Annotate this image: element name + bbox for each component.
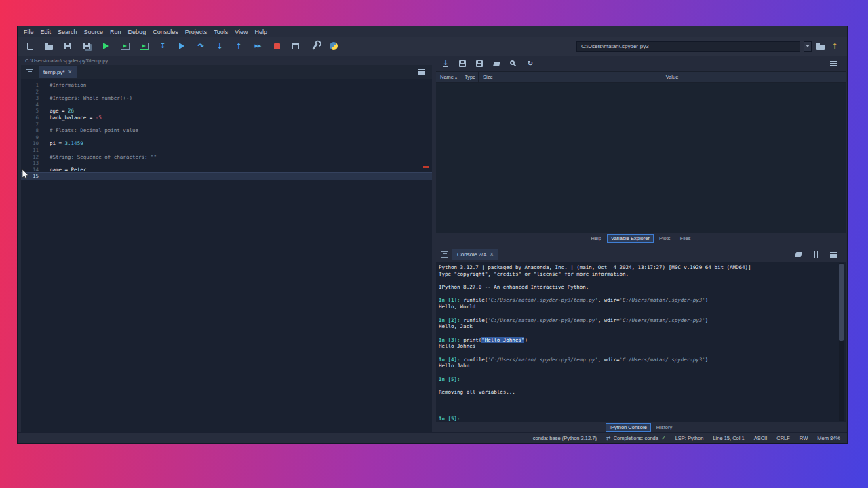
browse-directory-button[interactable] bbox=[815, 41, 826, 52]
step-into-button[interactable]: ↓ bbox=[214, 41, 225, 52]
console-pane: Console 2/A × Python 3.12.7 | packaged b… bbox=[436, 247, 846, 432]
search-variables-button[interactable] bbox=[508, 58, 519, 69]
scrollbar-thumb[interactable] bbox=[839, 264, 844, 341]
editor-line[interactable]: 3#Integers: Whole number(+-) bbox=[21, 95, 432, 102]
debug-file-icon bbox=[179, 43, 184, 49]
menu-source[interactable]: Source bbox=[81, 28, 107, 35]
open-file-button[interactable] bbox=[43, 41, 54, 52]
editor-line[interactable]: 7 bbox=[21, 121, 432, 128]
editor-line[interactable]: 6bank_balance = -5 bbox=[21, 115, 432, 121]
run-cell-button[interactable] bbox=[119, 41, 130, 52]
line-number: 7 bbox=[21, 121, 39, 128]
console-line: In [1]: runfile('C:/Users/matan/.spyder-… bbox=[439, 297, 836, 304]
working-directory-input[interactable] bbox=[576, 41, 800, 52]
interrupt-kernel-button[interactable] bbox=[810, 249, 821, 260]
console-scrollbar[interactable] bbox=[839, 263, 844, 421]
run-file-button[interactable] bbox=[100, 41, 111, 52]
variable-table-body[interactable] bbox=[436, 83, 846, 233]
menu-view[interactable]: View bbox=[231, 28, 251, 35]
conda-env-status[interactable]: conda: base (Python 3.12.7) bbox=[533, 435, 597, 441]
stop-debugging-button[interactable] bbox=[271, 41, 282, 52]
console-line: In [5]: bbox=[439, 415, 836, 422]
close-icon[interactable]: × bbox=[490, 251, 494, 258]
check-icon: ✓ bbox=[661, 435, 666, 441]
console-options-menu-button[interactable] bbox=[828, 249, 839, 260]
close-icon[interactable]: × bbox=[68, 69, 72, 75]
editor-line[interactable]: 10pi = 3.1459 bbox=[21, 140, 432, 147]
menu-run[interactable]: Run bbox=[106, 28, 125, 35]
editor-line[interactable]: 8# Floats: Decimal point value bbox=[21, 127, 432, 134]
remove-all-variables-button[interactable] bbox=[491, 58, 502, 69]
editor-line[interactable]: 14name = Peter bbox=[21, 167, 432, 174]
completions-status-label: Completions: conda bbox=[614, 435, 658, 441]
tab-variable-explorer[interactable]: Variable Explorer bbox=[607, 234, 654, 243]
tab-history[interactable]: History bbox=[652, 423, 676, 432]
column-header-value[interactable]: Value bbox=[498, 72, 846, 82]
variable-table-header: Name▴TypeSizeValue bbox=[436, 71, 846, 83]
remove-all-variables-button[interactable] bbox=[793, 249, 804, 260]
editor-line[interactable]: 2 bbox=[21, 89, 432, 96]
save-all-button[interactable] bbox=[81, 41, 92, 52]
run-cell-and-advance-button[interactable] bbox=[138, 41, 149, 52]
ipython-console[interactable]: Python 3.12.7 | packaged by Anaconda, In… bbox=[436, 262, 846, 422]
menu-edit[interactable]: Edit bbox=[37, 28, 55, 35]
console-output: Python 3.12.7 | packaged by Anaconda, In… bbox=[439, 264, 836, 422]
refresh-variables-button[interactable]: ↻ bbox=[525, 58, 536, 69]
menu-file[interactable]: File bbox=[20, 28, 37, 35]
tab-temp-py[interactable]: temp.py* × bbox=[39, 66, 77, 78]
editor-line[interactable]: 13 bbox=[21, 160, 432, 167]
debug-file-button[interactable] bbox=[176, 41, 187, 52]
tab-help[interactable]: Help bbox=[587, 234, 606, 243]
step-return-button[interactable]: ↑ bbox=[233, 41, 244, 52]
preferences-button[interactable] bbox=[309, 41, 320, 52]
import-data-button[interactable]: ↓ bbox=[440, 58, 451, 69]
save-data-as-button[interactable] bbox=[474, 58, 485, 69]
editor-line[interactable]: 5age = 26 bbox=[21, 108, 432, 115]
tab-files[interactable]: Files bbox=[676, 234, 695, 243]
editor-line[interactable]: 1#Information bbox=[21, 82, 432, 89]
editor-line[interactable]: 15 bbox=[21, 173, 432, 180]
completions-status[interactable]: ⇄Completions: conda✓ bbox=[606, 435, 666, 441]
main-area: C:\Users\matan\.spyder-py3\temp.py temp.… bbox=[18, 56, 847, 432]
editor-options-button[interactable] bbox=[416, 66, 427, 77]
column-header-name[interactable]: Name▴ bbox=[436, 72, 460, 82]
save-data-button[interactable] bbox=[457, 58, 468, 69]
editor-line[interactable]: 11 bbox=[21, 147, 432, 154]
console-line bbox=[439, 350, 836, 357]
menu-tools[interactable]: Tools bbox=[210, 28, 231, 35]
lsp-status[interactable]: LSP: Python bbox=[675, 435, 704, 441]
browse-tabs-icon bbox=[26, 69, 33, 75]
save-file-button[interactable] bbox=[62, 41, 73, 52]
menu-debug[interactable]: Debug bbox=[125, 28, 150, 35]
variable-explorer-options-button[interactable] bbox=[828, 58, 839, 69]
run-selection-button[interactable]: ↧ bbox=[157, 41, 168, 52]
column-header-type[interactable]: Type bbox=[460, 72, 479, 82]
code-editor[interactable]: 1#Information23#Integers: Whole number(+… bbox=[21, 79, 432, 432]
parent-directory-button[interactable]: ↑ bbox=[829, 41, 840, 52]
python-environment-button[interactable] bbox=[328, 41, 339, 52]
menu-projects[interactable]: Projects bbox=[182, 28, 211, 35]
tab-console-2a[interactable]: Console 2/A × bbox=[452, 249, 498, 260]
menu-help[interactable]: Help bbox=[252, 28, 271, 35]
encoding-status: ASCII bbox=[754, 435, 768, 441]
remove-all-variables-icon bbox=[794, 252, 802, 257]
console-line: In [4]: runfile('C:/Users/matan/.spyder-… bbox=[439, 357, 836, 363]
tab-ipython-console[interactable]: IPython Console bbox=[606, 423, 651, 432]
menu-consoles[interactable]: Consoles bbox=[149, 28, 182, 35]
working-directory-dropdown-button[interactable] bbox=[804, 41, 812, 52]
editor-line[interactable]: 4 bbox=[21, 102, 432, 108]
code-text: #String: Sequence of characters: "" bbox=[39, 154, 157, 161]
maximize-pane-button[interactable] bbox=[290, 41, 301, 52]
new-file-button[interactable] bbox=[24, 41, 35, 52]
step-over-button[interactable]: ↷ bbox=[195, 41, 206, 52]
continue-execution-button[interactable]: ▶▶ bbox=[252, 41, 263, 52]
browse-tabs-button[interactable] bbox=[24, 66, 35, 77]
run-selection-icon: ↧ bbox=[160, 43, 165, 49]
editor-line[interactable]: 9 bbox=[21, 134, 432, 141]
column-header-size[interactable]: Size bbox=[479, 72, 498, 82]
tab-plots[interactable]: Plots bbox=[655, 234, 675, 243]
menu-search[interactable]: Search bbox=[54, 28, 81, 35]
browse-consoles-button[interactable] bbox=[439, 249, 450, 260]
console-line: In [3]: print("Hello Johnes") bbox=[439, 337, 836, 344]
editor-line[interactable]: 12#String: Sequence of characters: "" bbox=[21, 154, 432, 161]
